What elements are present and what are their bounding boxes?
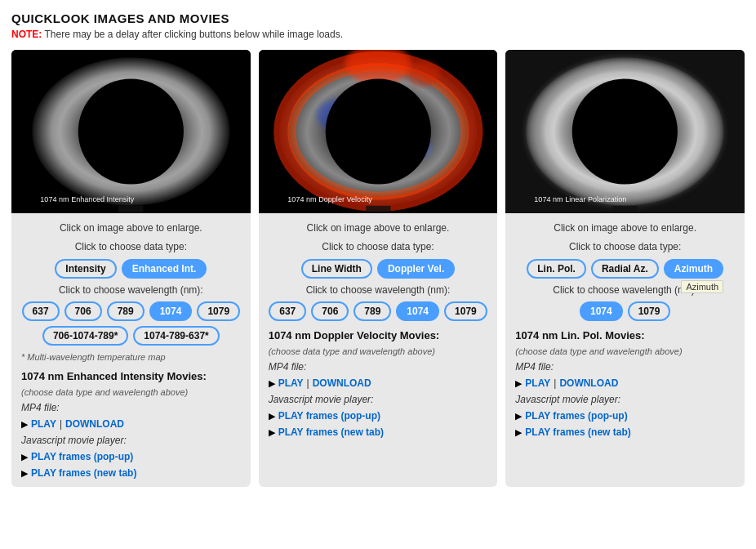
popup-row-2: ▶ PLAY frames (pop-up) (269, 410, 488, 422)
js-label-3: Javascript movie player: (515, 394, 735, 405)
choose-type-1: Click to choose data type: (21, 240, 241, 254)
btn-lin-pol[interactable]: Lin. Pol. (527, 259, 586, 279)
controls-doppler: Click on image above to enlarge. Click t… (259, 213, 498, 446)
column-intensity: 1074 nm Enhanced Intensity Click on imag… (11, 50, 251, 487)
download-link-3[interactable]: DOWNLOAD (559, 377, 618, 389)
svg-point-20 (572, 78, 678, 184)
note-text: NOTE: There may be a delay after clickin… (11, 29, 745, 40)
newtab-row-3: ▶ PLAY frames (new tab) (515, 426, 735, 438)
click-enlarge-2: Click on image above to enlarge. (269, 221, 488, 235)
popup-link-2[interactable]: PLAY frames (pop-up) (278, 410, 380, 422)
movies-title-3: 1074 nm Lin. Pol. Movies: (515, 329, 735, 341)
btn-wave-1074-2[interactable]: 1074 (396, 301, 439, 321)
popup-link-3[interactable]: PLAY frames (pop-up) (525, 410, 627, 422)
note-body: There may be a delay after clicking butt… (44, 29, 343, 40)
btn-wave-1079-2[interactable]: 1079 (444, 301, 487, 321)
type-buttons-1: Intensity Enhanced Int. (21, 259, 241, 279)
play-triangle-2: ▶ (269, 378, 275, 389)
play-download-row-1: ▶ PLAY | DOWNLOAD (21, 418, 241, 430)
choose-type-2: Click to choose data type: (269, 240, 488, 254)
play-link-1[interactable]: PLAY (31, 418, 56, 430)
btn-wave-706-2[interactable]: 706 (311, 301, 349, 321)
newtab-triangle-2: ▶ (269, 427, 275, 438)
btn-radial-az[interactable]: Radial Az. (591, 259, 659, 279)
image-doppler[interactable]: 1074 nm Doppler Velocity (259, 50, 498, 213)
btn-multiwave-1074-789-637[interactable]: 1074-789-637* (133, 326, 219, 346)
btn-wave-1079-1[interactable]: 1079 (197, 301, 240, 321)
movies-title-2: 1074 nm Doppler Velocity Movies: (269, 329, 488, 341)
popup-triangle-3: ▶ (515, 411, 522, 422)
popup-link-1[interactable]: PLAY frames (pop-up) (31, 451, 133, 462)
click-enlarge-1: Click on image above to enlarge. (21, 221, 241, 235)
click-enlarge-3: Click on image above to enlarge. (515, 221, 735, 235)
type-buttons-3: Lin. Pol. Radial Az. Azimuth Azimuth (515, 259, 735, 279)
wave-buttons-3: 1074 1079 (515, 301, 735, 321)
controls-intensity: Click on image above to enlarge. Click t… (11, 213, 251, 487)
solar-image-linear-pol: 1074 nm Linear Polarization (505, 50, 745, 213)
btn-wave-637-2[interactable]: 637 (269, 301, 306, 321)
btn-line-width[interactable]: Line Width (301, 259, 372, 279)
solar-image-intensity: 1074 nm Enhanced Intensity (11, 50, 251, 213)
column-linear-pol: 1074 nm Linear Polarization Click on ima… (505, 50, 745, 487)
btn-wave-1079-3[interactable]: 1079 (628, 301, 671, 321)
play-link-2[interactable]: PLAY (278, 377, 304, 389)
download-link-2[interactable]: DOWNLOAD (313, 377, 371, 389)
popup-row-3: ▶ PLAY frames (pop-up) (515, 410, 735, 422)
newtab-triangle-3: ▶ (515, 427, 522, 438)
js-label-1: Javascript movie player: (21, 435, 241, 446)
multi-wave-note-1: * Multi-wavelength temperature map (21, 352, 241, 362)
type-buttons-2: Line Width Doppler Vel. (269, 259, 488, 279)
btn-wave-706-1[interactable]: 706 (64, 301, 102, 321)
play-triangle-1: ▶ (21, 419, 28, 430)
newtab-link-2[interactable]: PLAY frames (new tab) (278, 426, 384, 438)
choose-type-3: Click to choose data type: (515, 240, 735, 254)
mp4-label-1: MP4 file: (21, 402, 241, 413)
play-download-row-3: ▶ PLAY | DOWNLOAD (515, 377, 735, 389)
movies-sub-2: (choose data type and wavelength above) (269, 346, 488, 356)
play-triangle-3: ▶ (515, 378, 522, 389)
play-download-row-2: ▶ PLAY | DOWNLOAD (269, 377, 488, 389)
mp4-label-3: MP4 file: (515, 361, 735, 373)
wave-buttons-1: 637 706 789 1074 1079 (21, 301, 241, 321)
btn-multiwave-706-1074-789[interactable]: 706-1074-789* (42, 326, 128, 346)
btn-wave-1074-3[interactable]: 1074 (580, 301, 623, 321)
controls-linear-pol: Click on image above to enlarge. Click t… (505, 213, 745, 446)
svg-rect-3 (118, 206, 143, 213)
btn-doppler-vel[interactable]: Doppler Vel. (377, 259, 455, 279)
movies-sub-3: (choose data type and wavelength above) (515, 346, 735, 356)
newtab-row-1: ▶ PLAY frames (new tab) (21, 467, 241, 479)
image-linear-pol[interactable]: 1074 nm Linear Polarization (505, 50, 745, 213)
solar-image-doppler: 1074 nm Doppler Velocity (259, 50, 498, 213)
btn-wave-789-1[interactable]: 789 (107, 301, 145, 321)
btn-azimuth[interactable]: Azimuth (664, 259, 723, 279)
svg-text:1074 nm Doppler Velocity: 1074 nm Doppler Velocity (287, 195, 372, 203)
svg-text:1074 nm Enhanced Intensity: 1074 nm Enhanced Intensity (40, 195, 135, 203)
btn-wave-789-2[interactable]: 789 (354, 301, 391, 321)
btn-wave-637-1[interactable]: 637 (22, 301, 60, 321)
newtab-triangle-1: ▶ (21, 468, 28, 479)
svg-rect-21 (613, 206, 638, 213)
newtab-link-1[interactable]: PLAY frames (new tab) (31, 467, 136, 479)
svg-rect-14 (366, 206, 390, 213)
js-label-2: Javascript movie player: (269, 394, 488, 405)
download-link-1[interactable]: DOWNLOAD (65, 418, 124, 430)
newtab-link-3[interactable]: PLAY frames (new tab) (525, 426, 630, 438)
movies-title-1: 1074 nm Enhanced Intensity Movies: (21, 370, 241, 382)
svg-point-2 (78, 78, 184, 184)
play-link-3[interactable]: PLAY (525, 377, 550, 389)
image-intensity[interactable]: 1074 nm Enhanced Intensity (11, 50, 251, 213)
btn-wave-1074-1[interactable]: 1074 (149, 301, 193, 321)
btn-intensity[interactable]: Intensity (55, 259, 116, 279)
column-doppler: 1074 nm Doppler Velocity Click on image … (259, 50, 498, 487)
multi-wave-buttons-1: 706-1074-789* 1074-789-637* (21, 326, 241, 346)
page-title: QUICKLOOK IMAGES AND MOVIES (11, 11, 745, 25)
azimuth-tooltip: Azimuth (681, 280, 723, 293)
btn-enhanced-int[interactable]: Enhanced Int. (122, 259, 207, 279)
columns-container: 1074 nm Enhanced Intensity Click on imag… (11, 50, 745, 487)
choose-wave-2: Click to choose wavelength (nm): (269, 283, 488, 297)
wave-buttons-2: 637 706 789 1074 1079 (269, 301, 488, 321)
popup-row-1: ▶ PLAY frames (pop-up) (21, 451, 241, 462)
azimuth-btn-container: Azimuth Azimuth (664, 259, 723, 279)
newtab-row-2: ▶ PLAY frames (new tab) (269, 426, 488, 438)
choose-wave-1: Click to choose wavelength (nm): (21, 283, 241, 297)
